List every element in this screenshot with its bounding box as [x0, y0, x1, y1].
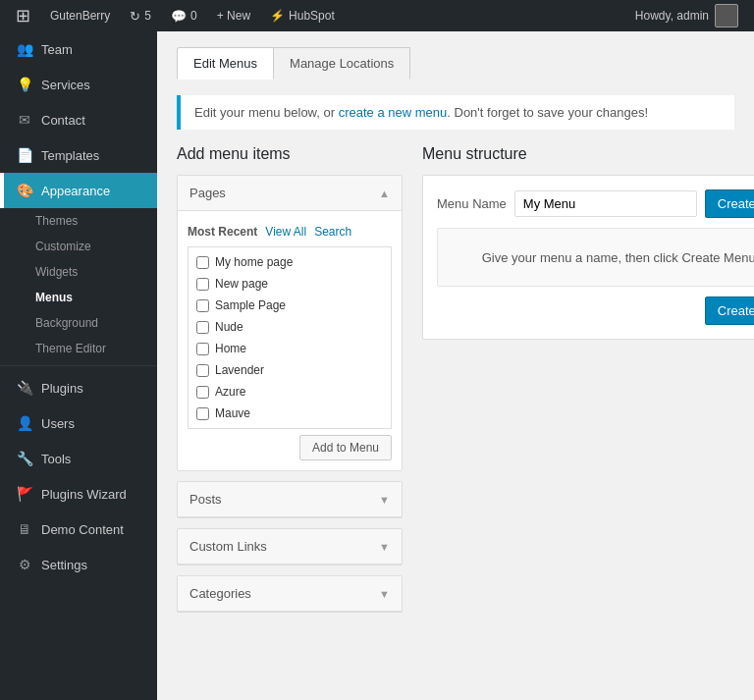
sidebar-item-team[interactable]: 👥 Team	[0, 31, 157, 67]
settings-icon: ⚙	[16, 557, 33, 572]
sidebar-item-appearance[interactable]: 🎨 Appearance	[0, 173, 157, 208]
page-checkbox-3[interactable]	[196, 321, 209, 334]
appearance-submenu: Themes Customize Widgets Menus Backgroun…	[0, 208, 157, 361]
admin-bar: ⊞ GutenBerry ↻ 5 💬 0 + New ⚡ HubSpot How…	[0, 0, 754, 31]
page-checkbox-2[interactable]	[196, 299, 209, 312]
users-icon: 👤	[16, 415, 33, 431]
posts-panel-header[interactable]: Posts ▼	[178, 482, 402, 517]
contact-icon: ✉	[16, 112, 33, 128]
plugins-wizard-icon: 🚩	[16, 486, 33, 502]
menu-name-label: Menu Name	[437, 196, 507, 211]
pages-checkbox-list: My home page New page Sample Page	[188, 246, 392, 429]
templates-icon: 📄	[16, 147, 33, 163]
list-item: Nude	[188, 316, 391, 338]
adminbar-hubspot[interactable]: ⚡ HubSpot	[262, 0, 343, 31]
menu-name-row: Menu Name Create Menu	[437, 189, 754, 218]
tab-bar: Edit Menus Manage Locations	[177, 47, 734, 80]
custom-links-panel: Custom Links ▼	[177, 528, 403, 565]
adminbar-site[interactable]: GutenBerry	[42, 0, 118, 31]
list-item: Azure	[188, 381, 391, 403]
list-item: My home page	[188, 251, 391, 273]
plugins-icon: 🔌	[16, 380, 33, 396]
sidebar-item-users[interactable]: 👤 Users	[0, 405, 157, 441]
sidebar-item-tools[interactable]: 🔧 Tools	[0, 441, 157, 476]
create-menu-button-bottom[interactable]: Create Menu	[705, 296, 754, 325]
sidebar-item-menus[interactable]: Menus	[35, 285, 157, 310]
menu-hint: Give your menu a name, then click Create…	[437, 228, 754, 287]
create-menu-link[interactable]: create a new menu	[339, 105, 448, 120]
custom-links-panel-header[interactable]: Custom Links ▼	[178, 529, 402, 565]
filter-search[interactable]: Search	[314, 225, 351, 239]
sidebar-item-plugins[interactable]: 🔌 Plugins	[0, 370, 157, 405]
tools-icon: 🔧	[16, 451, 33, 466]
sidebar-item-contact[interactable]: ✉ Contact	[0, 102, 157, 137]
sidebar: 👥 Team 💡 Services ✉ Contact 📄 Templates …	[0, 31, 157, 700]
demo-content-icon: 🖥	[16, 521, 33, 537]
page-checkbox-6[interactable]	[196, 386, 209, 399]
tab-edit-menus[interactable]: Edit Menus	[177, 47, 274, 80]
main-content: Edit Menus Manage Locations Edit your me…	[157, 31, 754, 700]
pages-panel: Pages ▲ Most Recent View All Search M	[177, 175, 403, 471]
appearance-icon: 🎨	[16, 183, 33, 198]
categories-panel-header[interactable]: Categories ▼	[178, 576, 402, 612]
add-to-menu-button[interactable]: Add to Menu	[299, 435, 392, 460]
page-checkbox-5[interactable]	[196, 364, 209, 377]
sidebar-item-templates[interactable]: 📄 Templates	[0, 137, 157, 173]
page-checkbox-0[interactable]	[196, 256, 209, 269]
pages-panel-header[interactable]: Pages ▲	[178, 176, 402, 211]
sidebar-item-background[interactable]: Background	[35, 310, 157, 336]
sidebar-item-theme-editor[interactable]: Theme Editor	[35, 336, 157, 361]
menu-structure-title: Menu structure	[422, 145, 754, 163]
add-to-menu-bar: Add to Menu	[188, 435, 392, 460]
adminbar-logo[interactable]: ⊞	[8, 0, 38, 31]
sidebar-item-demo-content[interactable]: 🖥 Demo Content	[0, 512, 157, 547]
adminbar-updates[interactable]: ↻ 5	[122, 0, 159, 31]
create-menu-button-top[interactable]: Create Menu	[705, 189, 754, 218]
posts-panel: Posts ▼	[177, 481, 403, 518]
add-menu-items-title: Add menu items	[177, 145, 403, 163]
list-item: Home	[188, 338, 391, 359]
sidebar-item-themes[interactable]: Themes	[35, 208, 157, 234]
adminbar-new[interactable]: + New	[209, 0, 258, 31]
team-icon: 👥	[16, 41, 33, 57]
pages-chevron-icon: ▲	[379, 188, 390, 199]
sidebar-item-settings[interactable]: ⚙ Settings	[0, 547, 157, 582]
tab-manage-locations[interactable]: Manage Locations	[274, 47, 410, 80]
list-item: Mauve	[188, 403, 391, 424]
pages-panel-body: Most Recent View All Search My home page	[178, 211, 402, 470]
list-item: Sample Page	[188, 295, 391, 316]
avatar	[715, 4, 738, 27]
sidebar-item-customize[interactable]: Customize	[35, 234, 157, 259]
menu-create-row: Create Menu	[437, 296, 754, 325]
content-row: Add menu items Pages ▲ Most Recent View …	[177, 145, 734, 622]
filter-most-recent[interactable]: Most Recent	[188, 225, 257, 239]
posts-chevron-icon: ▼	[379, 494, 390, 506]
info-notice: Edit your menu below, or create a new me…	[177, 95, 734, 130]
menu-structure-col: Menu structure Menu Name Create Menu Giv…	[422, 145, 754, 340]
adminbar-comments[interactable]: 💬 0	[163, 0, 205, 31]
menu-name-input[interactable]	[514, 190, 697, 217]
categories-chevron-icon: ▼	[379, 588, 390, 600]
add-menu-items-col: Add menu items Pages ▲ Most Recent View …	[177, 145, 403, 622]
categories-panel: Categories ▼	[177, 575, 403, 613]
list-item: New page	[188, 273, 391, 295]
sidebar-item-services[interactable]: 💡 Services	[0, 67, 157, 102]
sidebar-item-widgets[interactable]: Widgets	[35, 259, 157, 285]
page-checkbox-1[interactable]	[196, 278, 209, 291]
services-icon: 💡	[16, 77, 33, 92]
custom-links-chevron-icon: ▼	[379, 541, 390, 553]
filter-view-all[interactable]: View All	[265, 225, 306, 239]
page-checkbox-4[interactable]	[196, 343, 209, 355]
adminbar-howdy[interactable]: Howdy, admin	[627, 4, 746, 27]
page-checkbox-7[interactable]	[196, 407, 209, 420]
list-item: Lavender	[188, 359, 391, 381]
sidebar-item-plugins-wizard[interactable]: 🚩 Plugins Wizard	[0, 476, 157, 512]
pages-filter-bar: Most Recent View All Search	[188, 221, 392, 246]
